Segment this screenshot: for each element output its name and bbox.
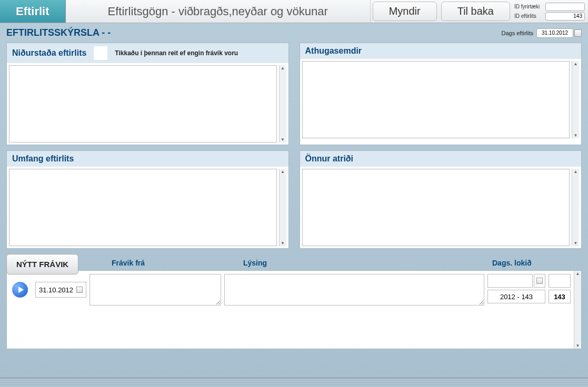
scroll-up-icon[interactable]: ▲ (576, 271, 580, 277)
column-headers: Frávik frá Lýsing Dags. lokið (6, 259, 582, 267)
no-deviation-label: Tikkaðu í þennan reit ef engin frávik vo… (115, 49, 238, 57)
report-title: EFTIRLITSSKÝRSLA - - (6, 27, 111, 38)
scrollbar[interactable]: ▲▼ (572, 169, 579, 246)
calendar-icon[interactable] (76, 287, 83, 293)
scroll-down-icon[interactable]: ▼ (281, 240, 285, 246)
dags-eftirlits-label: Dags eftirlits (501, 30, 533, 36)
header-id-fields: ID fyrirtæki ID eftirlits (512, 0, 588, 23)
scroll-up-icon[interactable]: ▲ (574, 169, 578, 175)
fravik-grid: 31.10.2012 2012 - 143 143 (6, 270, 582, 349)
onnur-textarea[interactable] (302, 169, 570, 246)
page-title: Eftirlitsgögn - viðbragðs,neyðar og vöku… (66, 0, 371, 23)
panel-athugasemdir: Athugasemdir ▲▼ (300, 43, 582, 145)
table-row: 31.10.2012 2012 - 143 143 (10, 274, 571, 305)
panel-onnur: Önnur atriði ▲▼ (300, 150, 582, 249)
calendar-icon[interactable] (574, 29, 582, 37)
scroll-up-icon[interactable]: ▲ (281, 65, 285, 71)
row-num: 143 (549, 290, 571, 303)
umfang-textarea[interactable] (9, 169, 277, 246)
scroll-up-icon[interactable]: ▲ (574, 61, 578, 67)
panel-umfang: Umfang eftirlits ▲▼ (6, 150, 289, 249)
panel-athugasemdir-title: Athugasemdir (305, 46, 362, 56)
id-eftirlits-label: ID eftirlits (514, 13, 543, 19)
col-fravik-fra: Frávik frá (112, 259, 243, 267)
scrollbar[interactable]: ▲ ▼ (574, 271, 581, 349)
id-eftirlits-input[interactable] (545, 12, 585, 21)
col-dags-lokid: Dags. lokið (492, 259, 582, 267)
calendar-icon[interactable] (534, 274, 545, 288)
scrollbar[interactable]: ▲▼ (572, 61, 579, 138)
dags-eftirlits-input[interactable] (536, 28, 573, 38)
dags-lokid-input[interactable] (487, 274, 533, 288)
lysing-input[interactable] (224, 274, 484, 305)
play-icon[interactable] (12, 282, 28, 298)
fravik-fra-input[interactable] (89, 274, 221, 305)
athugasemdir-textarea[interactable] (302, 61, 570, 138)
scrollbar[interactable]: ▲▼ (279, 65, 286, 142)
id-fyrirtaeki-label: ID fyrirtæki (514, 4, 543, 9)
scroll-down-icon[interactable]: ▼ (576, 343, 580, 349)
col-lysing: Lýsing (243, 259, 492, 267)
tab-eftirlit[interactable]: Eftirlit (0, 0, 66, 23)
panel-onnur-title: Önnur atriði (305, 154, 354, 164)
scrollbar[interactable]: ▲▼ (279, 169, 286, 246)
scroll-up-icon[interactable]: ▲ (281, 169, 285, 175)
id-fyrirtaeki-input[interactable] (545, 3, 585, 11)
no-deviation-checkbox[interactable] (94, 46, 107, 60)
footer-strip (0, 378, 588, 387)
row-code: 2012 - 143 (487, 290, 545, 303)
row-date-value: 31.10.2012 (39, 286, 73, 294)
report-bar: EFTIRLITSSKÝRSLA - - Dags eftirlits (0, 23, 588, 43)
scroll-down-icon[interactable]: ▼ (574, 133, 578, 138)
panel-nidurstada-title: Niðurstaða eftirlits (12, 48, 86, 58)
tilbaka-button[interactable]: Til baka (441, 2, 510, 21)
scroll-down-icon[interactable]: ▼ (574, 240, 578, 246)
app-header: Eftirlit Eftirlitsgögn - viðbragðs,neyða… (0, 0, 588, 23)
panel-umfang-title: Umfang eftirlits (12, 154, 74, 164)
nidurstada-textarea[interactable] (9, 65, 277, 142)
panel-nidurstada: Niðurstaða eftirlits Tikkaðu í þennan re… (6, 43, 289, 145)
myndir-button[interactable]: Myndir (373, 2, 437, 21)
row-empty-cell (549, 274, 571, 288)
scroll-down-icon[interactable]: ▼ (281, 137, 285, 142)
row-date-cell[interactable]: 31.10.2012 (35, 282, 86, 298)
